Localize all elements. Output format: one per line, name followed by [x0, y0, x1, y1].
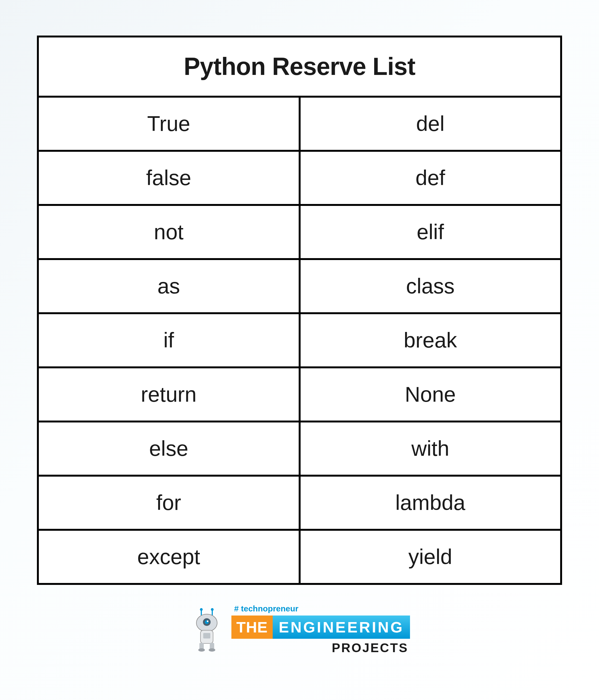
table-title: Python Reserve List — [38, 36, 561, 97]
svg-point-7 — [207, 620, 208, 622]
footer: # technopreneur THE ENGINEERING PROJECTS — [189, 604, 410, 655]
brand-engineering: ENGINEERING — [273, 616, 410, 639]
cell-right: yield — [299, 530, 561, 584]
cell-left: True — [38, 97, 300, 151]
cell-left: for — [38, 476, 300, 530]
robot-mascot-icon — [189, 608, 225, 652]
cell-right: elif — [299, 205, 561, 259]
svg-point-3 — [211, 608, 214, 611]
table-row: except yield — [38, 530, 561, 584]
brand-logo: # technopreneur THE ENGINEERING PROJECTS — [231, 604, 410, 655]
cell-right: break — [299, 314, 561, 368]
table-row: as class — [38, 259, 561, 314]
reserve-list-table: Python Reserve List True del false def n… — [37, 35, 562, 585]
cell-left: except — [38, 530, 300, 584]
cell-left: return — [38, 368, 300, 422]
table-row: else with — [38, 422, 561, 476]
cell-right: lambda — [299, 476, 561, 530]
svg-point-12 — [198, 648, 205, 652]
cell-right: del — [299, 97, 561, 151]
cell-left: as — [38, 259, 300, 314]
cell-left: not — [38, 205, 300, 259]
svg-point-13 — [209, 648, 215, 652]
brand-the: THE — [231, 616, 273, 639]
table-row: if break — [38, 314, 561, 368]
hashtag-text: # technopreneur — [234, 604, 298, 613]
cell-left: if — [38, 314, 300, 368]
cell-left: else — [38, 422, 300, 476]
svg-point-2 — [200, 608, 203, 611]
brand-row: THE ENGINEERING — [231, 616, 410, 639]
table-row: not elif — [38, 205, 561, 259]
table-row: for lambda — [38, 476, 561, 530]
cell-right: with — [299, 422, 561, 476]
svg-rect-9 — [203, 633, 210, 639]
table-row: True del — [38, 97, 561, 151]
table-row: return None — [38, 368, 561, 422]
cell-right: class — [299, 259, 561, 314]
reserve-list-table-container: Python Reserve List True del false def n… — [37, 35, 562, 585]
cell-right: None — [299, 368, 561, 422]
cell-left: false — [38, 151, 300, 205]
brand-projects: PROJECTS — [332, 641, 408, 655]
cell-right: def — [299, 151, 561, 205]
table-row: false def — [38, 151, 561, 205]
